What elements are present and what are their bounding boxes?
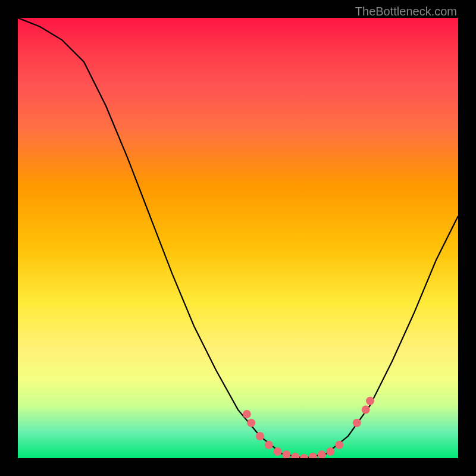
- data-marker: [362, 406, 370, 414]
- data-marker: [353, 419, 361, 427]
- chart-overlay: [18, 18, 458, 458]
- data-marker: [309, 453, 317, 458]
- data-marker: [247, 419, 255, 427]
- watermark-text: TheBottleneck.com: [355, 5, 457, 18]
- data-marker: [274, 447, 282, 456]
- data-marker: [300, 454, 308, 458]
- bottleneck-curve: [18, 18, 458, 458]
- data-marker: [265, 441, 273, 449]
- data-marker: [291, 453, 299, 458]
- data-marker: [256, 432, 264, 440]
- data-marker: [366, 397, 374, 405]
- data-marker: [243, 410, 251, 418]
- data-marker: [282, 450, 290, 458]
- data-marker: [326, 447, 334, 456]
- data-marker: [318, 450, 326, 458]
- data-marker: [335, 441, 343, 449]
